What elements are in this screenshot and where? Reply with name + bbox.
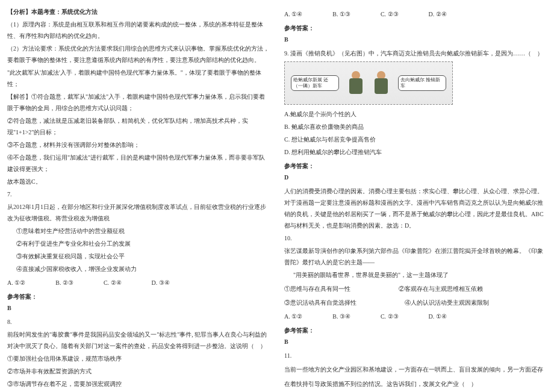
question-8-number: 8. bbox=[7, 316, 270, 328]
q9-choice-b: B. 鲍威尔喜欢价廉物美的商品 bbox=[284, 121, 547, 132]
right-column: A. ①④ B. ①③ C. ②③ D. ②④ 参考答案： B 9. 漫画《推销… bbox=[277, 0, 554, 392]
analysis-label: 【分析】本题考查：系统优化方法 bbox=[7, 6, 270, 17]
q8-answer-label: 参考答案： bbox=[284, 22, 547, 34]
question-10-line: "用美丽的眼睛看世界，世界就是美丽的"，这一主题体现了 bbox=[284, 269, 547, 281]
left-column: 【分析】本题考查：系统优化方法 （1）原理内容：系统是由相互联系和相互作用的诸要… bbox=[0, 0, 277, 392]
speech-bubble-right: 去向鲍威尔 推销新车 bbox=[398, 75, 446, 90]
q9-choice-d: D. 想利用鲍威尔的攀比心理推销汽车 bbox=[284, 146, 547, 158]
q8-option-2: ②市场并非有效配置资源的方式 bbox=[7, 366, 270, 377]
q10-answer: B bbox=[284, 336, 547, 347]
q7-choice-a: A. ①② bbox=[7, 277, 25, 288]
principle-1: （1）原理内容：系统是由相互联系和相互作用的诸要素构成的统一整体，系统的基本特征… bbox=[7, 19, 270, 42]
q7-option-4: ④直接减少国家税收收入，增强企业发展动力 bbox=[7, 263, 270, 275]
q10-row1: ①思维与存在具有同一性 ②客观存在与主观思维相互依赖 bbox=[284, 283, 547, 294]
q10-row2: ③意识活动具有自觉选择性 ④人的认识活动受主观因素限制 bbox=[284, 297, 547, 308]
q9-answer: D bbox=[284, 172, 547, 183]
q9-answer-label: 参考答案： bbox=[284, 160, 547, 172]
person-icon bbox=[372, 71, 390, 95]
q9-explanation: 人们的消费受消费心理的因素。消费心理主要包括：求实心理、攀比心理、从众心理、求异… bbox=[284, 185, 547, 231]
question-11-number: 11. bbox=[284, 350, 547, 361]
q10-option-4: ④人的认识活动受主观因素限制 bbox=[405, 297, 489, 308]
q7-choices: A. ①② B. ②③ C. ②④ D. ③④ bbox=[7, 277, 270, 288]
q7-choice-c: C. ②④ bbox=[104, 277, 122, 288]
question-11-text: 当前一些地方的文化产业园区和基地建设，一方面存在一哄而上、盲目发展的倾向，另一方… bbox=[284, 362, 547, 391]
question-9-number: 9. bbox=[284, 50, 289, 57]
person-icon bbox=[347, 71, 365, 95]
q7-choice-b: B. ②③ bbox=[55, 277, 73, 288]
q10-answer-label: 参考答案： bbox=[284, 325, 547, 336]
q7-answer-label: 参考答案： bbox=[7, 291, 270, 302]
question-9: 9. 漫画《推销良机》（见右图）中，汽车商迈克让推销员去向鲍威尔推销新车，是因为… bbox=[284, 48, 547, 59]
q10-choices: A. ①② B. ③④ C. ②③ D. ①④ bbox=[284, 311, 547, 322]
q8-choice-a: A. ①④ bbox=[284, 8, 302, 20]
q7-option-2: ②有利于促进生产专业化和社会分工的发展 bbox=[7, 238, 270, 249]
q8-answer: B bbox=[284, 34, 547, 45]
solve-2: ②符合题意，减法就是压减老旧装备部队，精简机关，优化军队结构，增加高技术兵种，实… bbox=[7, 115, 270, 138]
q10-choice-b: B. ③④ bbox=[332, 311, 350, 322]
q9-choice-c: C. 想让鲍威尔与邻居竞争提高售价 bbox=[284, 134, 547, 145]
q8-choice-d: D. ②④ bbox=[429, 8, 447, 20]
q7-option-3: ③有效解决重复征税问题，实现社会公平 bbox=[7, 250, 270, 262]
principle-2: （2）方法论要求：系统优化的方法要求我们用综合的思维方式来认识事物。掌握系统优化… bbox=[7, 43, 270, 66]
speech-bubble-left: 给鲍威尔新展 还（一辆）新车 bbox=[291, 75, 339, 90]
q10-choice-d: D. ①④ bbox=[429, 311, 447, 322]
q10-option-2: ②客观存在与主观思维相互依赖 bbox=[399, 283, 483, 294]
q10-choice-a: A. ①② bbox=[284, 311, 302, 322]
solve-4: ④不合题意，我们运用"加减法"进行裁军，目的是构建中国特色现代军事力量体系，而非… bbox=[7, 152, 270, 175]
q7-answer: B bbox=[7, 302, 270, 314]
q7-option-1: ①意味着对生产经营活动中的营业额征税 bbox=[7, 225, 270, 237]
question-10-number: 10. bbox=[284, 232, 547, 244]
q8-option-1: ①要加强社会信用体系建设，规范市场秩序 bbox=[7, 353, 270, 364]
q10-choice-c: C. ②③ bbox=[381, 311, 399, 322]
question-10-text: 张艺谋最新导演创作的印象系列第六部作品《印象普陀》在浙江普陀揭开全球首映的帷幕。… bbox=[284, 245, 547, 268]
q10-option-1: ①思维与存在具有同一性 bbox=[284, 283, 350, 294]
q10-option-3: ③意识活动具有自觉选择性 bbox=[284, 297, 356, 308]
question-8-text: 前段时间发生的"毒胶囊"事件是我国药品安全领域的又一"标志性"事件, 犯罪当事人… bbox=[7, 329, 270, 352]
principle-3: "此次裁军从'加减法'入手，着眼构建中国特色现代军事力量体系。"，体现了要着眼于… bbox=[7, 67, 270, 90]
q9-choice-a: A.鲍威尔是个崇尚个性的人 bbox=[284, 108, 547, 120]
solve-3: ③不合题意，材料并没有强调部分对整体的影响； bbox=[7, 139, 270, 151]
q8-choice-b: B. ①③ bbox=[332, 8, 350, 20]
solve-label: 【解答】①符合题意，裁军从"加减法"入手，着眼构建中国特色现代军事力量体系，启示… bbox=[7, 91, 270, 114]
q8-choices: A. ①④ B. ①③ C. ②③ D. ②④ bbox=[284, 8, 547, 20]
q7-choice-d: D. ③④ bbox=[152, 277, 170, 288]
q8-option-3: ③市场调节存在着不足，需要加强宏观调控 bbox=[7, 378, 270, 390]
q8-choice-c: C. ②③ bbox=[381, 8, 399, 20]
question-7-text: 从2012年1月1日起，在部分地区和行业开展深化增值税制度改革试点，目前征收营业… bbox=[7, 201, 270, 224]
solve-conclusion: 故本题选C。 bbox=[7, 176, 270, 187]
question-9-text: 漫画《推销良机》（见右图）中，汽车商迈克让推销员去向鲍威尔推销新车，是因为……（… bbox=[290, 50, 543, 57]
comic-image: 给鲍威尔新展 还（一辆）新车 去向鲍威尔 推销新车 bbox=[284, 61, 453, 105]
question-7-number: 7. bbox=[7, 188, 270, 200]
